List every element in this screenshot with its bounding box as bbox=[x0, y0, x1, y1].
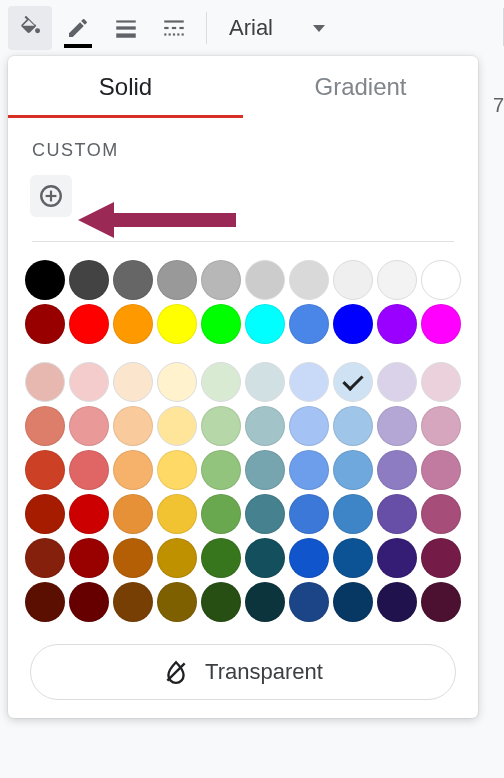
color-swatch[interactable] bbox=[157, 450, 197, 490]
color-swatch[interactable] bbox=[377, 538, 417, 578]
color-swatch[interactable] bbox=[289, 406, 329, 446]
color-swatch[interactable] bbox=[377, 304, 417, 344]
divider bbox=[32, 241, 454, 242]
color-swatch[interactable] bbox=[69, 494, 109, 534]
color-swatch[interactable] bbox=[201, 582, 241, 622]
svg-rect-15 bbox=[46, 195, 57, 197]
color-swatch[interactable] bbox=[69, 582, 109, 622]
color-swatch[interactable] bbox=[245, 260, 285, 300]
border-color-button[interactable] bbox=[56, 6, 100, 50]
color-swatch[interactable] bbox=[333, 538, 373, 578]
color-swatch[interactable] bbox=[377, 450, 417, 490]
color-swatch[interactable] bbox=[421, 260, 461, 300]
tab-solid[interactable]: Solid bbox=[8, 56, 243, 118]
color-swatch[interactable] bbox=[245, 538, 285, 578]
color-swatch[interactable] bbox=[157, 494, 197, 534]
color-swatch[interactable] bbox=[157, 582, 197, 622]
color-swatch[interactable] bbox=[421, 362, 461, 402]
transparent-button[interactable]: Transparent bbox=[30, 644, 456, 700]
fill-color-button[interactable] bbox=[8, 6, 52, 50]
color-swatch[interactable] bbox=[289, 362, 329, 402]
color-swatch[interactable] bbox=[377, 260, 417, 300]
color-swatch[interactable] bbox=[377, 494, 417, 534]
font-selector[interactable]: Arial bbox=[217, 15, 337, 41]
color-swatch[interactable] bbox=[201, 362, 241, 402]
color-swatch[interactable] bbox=[201, 494, 241, 534]
color-swatch[interactable] bbox=[201, 538, 241, 578]
fill-icon bbox=[17, 15, 43, 41]
color-swatch[interactable] bbox=[201, 406, 241, 446]
color-swatch[interactable] bbox=[69, 304, 109, 344]
custom-section-label: CUSTOM bbox=[8, 118, 478, 175]
color-swatch[interactable] bbox=[113, 538, 153, 578]
svg-rect-1 bbox=[116, 20, 136, 22]
color-swatch[interactable] bbox=[245, 362, 285, 402]
color-swatch[interactable] bbox=[25, 406, 65, 446]
color-swatch[interactable] bbox=[377, 362, 417, 402]
svg-rect-4 bbox=[164, 20, 184, 22]
color-swatch[interactable] bbox=[333, 406, 373, 446]
color-swatch[interactable] bbox=[113, 582, 153, 622]
color-swatch[interactable] bbox=[69, 362, 109, 402]
color-swatch[interactable] bbox=[25, 538, 65, 578]
color-swatch[interactable] bbox=[245, 304, 285, 344]
color-swatch[interactable] bbox=[25, 582, 65, 622]
color-swatch[interactable] bbox=[157, 538, 197, 578]
color-swatch[interactable] bbox=[333, 582, 373, 622]
color-swatch[interactable] bbox=[245, 582, 285, 622]
color-swatch[interactable] bbox=[333, 304, 373, 344]
color-swatch[interactable] bbox=[421, 450, 461, 490]
color-swatch[interactable] bbox=[113, 406, 153, 446]
color-swatch[interactable] bbox=[69, 450, 109, 490]
color-swatch[interactable] bbox=[421, 304, 461, 344]
color-swatch[interactable] bbox=[113, 304, 153, 344]
color-swatch[interactable] bbox=[333, 362, 373, 402]
color-swatch[interactable] bbox=[333, 450, 373, 490]
border-weight-icon bbox=[113, 15, 139, 41]
color-swatch[interactable] bbox=[245, 494, 285, 534]
color-swatch[interactable] bbox=[421, 582, 461, 622]
color-swatch[interactable] bbox=[289, 494, 329, 534]
color-swatch[interactable] bbox=[157, 362, 197, 402]
color-swatch[interactable] bbox=[377, 406, 417, 446]
color-swatch[interactable] bbox=[69, 260, 109, 300]
color-swatch[interactable] bbox=[333, 494, 373, 534]
color-swatch[interactable] bbox=[157, 304, 197, 344]
color-swatch[interactable] bbox=[157, 260, 197, 300]
svg-point-0 bbox=[35, 28, 40, 33]
color-swatch[interactable] bbox=[421, 494, 461, 534]
border-dash-button[interactable] bbox=[152, 6, 196, 50]
color-swatch[interactable] bbox=[245, 450, 285, 490]
color-swatch[interactable] bbox=[201, 260, 241, 300]
color-swatch[interactable] bbox=[289, 304, 329, 344]
color-swatch[interactable] bbox=[25, 304, 65, 344]
color-swatch[interactable] bbox=[289, 260, 329, 300]
color-swatch[interactable] bbox=[289, 450, 329, 490]
border-weight-button[interactable] bbox=[104, 6, 148, 50]
add-custom-color-button[interactable] bbox=[30, 175, 72, 217]
color-swatch[interactable] bbox=[289, 538, 329, 578]
color-swatch[interactable] bbox=[69, 406, 109, 446]
color-swatch[interactable] bbox=[289, 582, 329, 622]
color-swatch[interactable] bbox=[25, 494, 65, 534]
color-swatch[interactable] bbox=[113, 450, 153, 490]
font-name: Arial bbox=[229, 15, 273, 41]
color-swatch[interactable] bbox=[69, 538, 109, 578]
tab-gradient[interactable]: Gradient bbox=[243, 56, 478, 118]
color-swatch[interactable] bbox=[245, 406, 285, 446]
color-swatch[interactable] bbox=[333, 260, 373, 300]
color-swatch[interactable] bbox=[25, 260, 65, 300]
color-swatch[interactable] bbox=[421, 406, 461, 446]
color-swatch[interactable] bbox=[201, 450, 241, 490]
color-swatch[interactable] bbox=[377, 582, 417, 622]
color-swatch[interactable] bbox=[421, 538, 461, 578]
color-swatch[interactable] bbox=[201, 304, 241, 344]
color-swatch[interactable] bbox=[25, 450, 65, 490]
color-tabs: Solid Gradient bbox=[8, 56, 478, 118]
border-dash-icon bbox=[161, 15, 187, 41]
color-swatch[interactable] bbox=[25, 362, 65, 402]
color-swatch[interactable] bbox=[157, 406, 197, 446]
color-swatch[interactable] bbox=[113, 260, 153, 300]
color-swatch[interactable] bbox=[113, 494, 153, 534]
color-swatch[interactable] bbox=[113, 362, 153, 402]
